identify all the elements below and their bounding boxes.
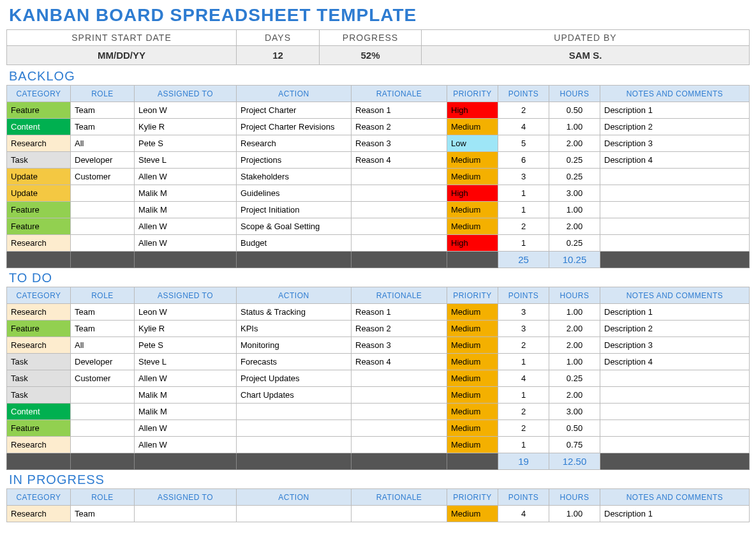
cell-hours[interactable]: 0.25: [549, 370, 600, 387]
cell-notes[interactable]: Description 1: [600, 506, 750, 522]
cell-role[interactable]: [71, 235, 135, 252]
cell-role[interactable]: Team: [71, 304, 135, 321]
cell-rationale[interactable]: [352, 235, 447, 252]
cell-points[interactable]: 4: [498, 370, 549, 387]
cell-action[interactable]: Project Updates: [237, 370, 352, 387]
cell-points[interactable]: 3: [498, 321, 549, 337]
table-row[interactable]: UpdateCustomerAllen WStakeholdersMedium3…: [7, 169, 750, 185]
cell-category[interactable]: Research: [7, 506, 71, 522]
cell-category[interactable]: Content: [7, 119, 71, 135]
cell-category[interactable]: Research: [7, 135, 71, 152]
table-row[interactable]: FeatureAllen WMedium20.50: [7, 420, 750, 437]
cell-role[interactable]: Customer: [71, 169, 135, 185]
cell-rationale[interactable]: [352, 420, 447, 437]
cell-priority[interactable]: Medium: [447, 202, 498, 218]
cell-priority[interactable]: Medium: [447, 218, 498, 235]
table-row[interactable]: FeatureTeamKylie RKPIsReason 2Medium32.0…: [7, 321, 750, 337]
cell-notes[interactable]: Description 1: [600, 102, 750, 119]
table-row[interactable]: ResearchAllen WBudgetHigh10.25: [7, 235, 750, 252]
cell-action[interactable]: Project Charter: [237, 102, 352, 119]
cell-category[interactable]: Update: [7, 169, 71, 185]
cell-rationale[interactable]: [352, 202, 447, 218]
cell-notes[interactable]: Description 4: [600, 354, 750, 370]
cell-points[interactable]: 6: [498, 152, 549, 169]
cell-role[interactable]: [71, 387, 135, 404]
cell-points[interactable]: 1: [498, 354, 549, 370]
cell-category[interactable]: Feature: [7, 202, 71, 218]
cell-notes[interactable]: Description 4: [600, 152, 750, 169]
cell-notes[interactable]: [600, 202, 750, 218]
cell-action[interactable]: Status & Tracking: [237, 304, 352, 321]
cell-assigned[interactable]: [135, 506, 237, 522]
cell-action[interactable]: Project Charter Revisions: [237, 119, 352, 135]
cell-hours[interactable]: 2.00: [549, 135, 600, 152]
cell-category[interactable]: Task: [7, 152, 71, 169]
cell-role[interactable]: [71, 420, 135, 437]
cell-assigned[interactable]: Malik M: [135, 387, 237, 404]
cell-rationale[interactable]: Reason 1: [352, 102, 447, 119]
cell-action[interactable]: KPIs: [237, 321, 352, 337]
cell-assigned[interactable]: Malik M: [135, 202, 237, 218]
cell-assigned[interactable]: Leon W: [135, 304, 237, 321]
cell-priority[interactable]: Medium: [447, 337, 498, 354]
cell-action[interactable]: Forecasts: [237, 354, 352, 370]
cell-hours[interactable]: 1.00: [549, 119, 600, 135]
cell-priority[interactable]: Medium: [447, 506, 498, 522]
cell-rationale[interactable]: Reason 3: [352, 135, 447, 152]
cell-action[interactable]: [237, 420, 352, 437]
cell-points[interactable]: 2: [498, 218, 549, 235]
cell-role[interactable]: All: [71, 135, 135, 152]
cell-role[interactable]: Customer: [71, 370, 135, 387]
cell-priority[interactable]: Medium: [447, 437, 498, 453]
cell-notes[interactable]: [600, 420, 750, 437]
cell-action[interactable]: Monitoring: [237, 337, 352, 354]
cell-hours[interactable]: 1.00: [549, 506, 600, 522]
cell-notes[interactable]: Description 3: [600, 337, 750, 354]
cell-category[interactable]: Research: [7, 437, 71, 453]
cell-role[interactable]: Team: [71, 102, 135, 119]
cell-points[interactable]: 1: [498, 202, 549, 218]
cell-priority[interactable]: Medium: [447, 152, 498, 169]
cell-assigned[interactable]: Malik M: [135, 404, 237, 420]
cell-notes[interactable]: [600, 218, 750, 235]
table-row[interactable]: UpdateMalik MGuidelinesHigh13.00: [7, 185, 750, 202]
cell-hours[interactable]: 0.75: [549, 437, 600, 453]
table-row[interactable]: TaskCustomerAllen WProject UpdatesMedium…: [7, 370, 750, 387]
table-row[interactable]: ContentMalik MMedium23.00: [7, 404, 750, 420]
cell-hours[interactable]: 2.00: [549, 218, 600, 235]
cell-category[interactable]: Research: [7, 337, 71, 354]
cell-assigned[interactable]: Steve L: [135, 152, 237, 169]
cell-category[interactable]: Task: [7, 387, 71, 404]
sprint-start-date[interactable]: MM/DD/YY: [7, 46, 237, 65]
cell-priority[interactable]: Medium: [447, 354, 498, 370]
table-row[interactable]: TaskDeveloperSteve LProjectionsReason 4M…: [7, 152, 750, 169]
cell-points[interactable]: 5: [498, 135, 549, 152]
cell-notes[interactable]: Description 2: [600, 119, 750, 135]
cell-priority[interactable]: Medium: [447, 420, 498, 437]
cell-action[interactable]: Budget: [237, 235, 352, 252]
cell-rationale[interactable]: [352, 218, 447, 235]
table-row[interactable]: ResearchAllen WMedium10.75: [7, 437, 750, 453]
cell-hours[interactable]: 2.00: [549, 337, 600, 354]
cell-action[interactable]: Scope & Goal Setting: [237, 218, 352, 235]
cell-notes[interactable]: [600, 370, 750, 387]
cell-points[interactable]: 4: [498, 506, 549, 522]
cell-assigned[interactable]: Malik M: [135, 185, 237, 202]
cell-hours[interactable]: 0.25: [549, 169, 600, 185]
cell-role[interactable]: [71, 404, 135, 420]
cell-action[interactable]: Project Initiation: [237, 202, 352, 218]
cell-rationale[interactable]: [352, 169, 447, 185]
cell-notes[interactable]: [600, 437, 750, 453]
cell-rationale[interactable]: [352, 387, 447, 404]
table-row[interactable]: ContentTeamKylie RProject Charter Revisi…: [7, 119, 750, 135]
cell-hours[interactable]: 1.00: [549, 304, 600, 321]
cell-assigned[interactable]: Pete S: [135, 135, 237, 152]
progress-value[interactable]: 52%: [320, 46, 422, 65]
cell-assigned[interactable]: Kylie R: [135, 119, 237, 135]
cell-rationale[interactable]: [352, 370, 447, 387]
cell-rationale[interactable]: Reason 2: [352, 119, 447, 135]
cell-priority[interactable]: High: [447, 102, 498, 119]
cell-priority[interactable]: High: [447, 235, 498, 252]
cell-role[interactable]: Developer: [71, 152, 135, 169]
table-row[interactable]: ResearchTeamLeon WStatus & TrackingReaso…: [7, 304, 750, 321]
